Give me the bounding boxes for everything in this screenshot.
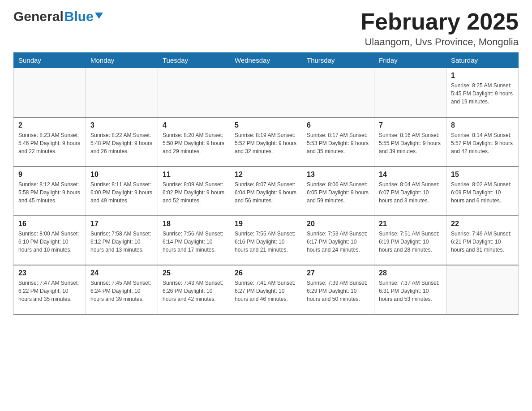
day-number: 9 (18, 171, 81, 179)
weekday-header-wednesday: Wednesday (230, 53, 302, 68)
weekday-header-saturday: Saturday (446, 53, 519, 68)
day-info: Sunrise: 7:56 AM Sunset: 6:14 PM Dayligh… (163, 230, 225, 254)
calendar-cell: 4Sunrise: 8:20 AM Sunset: 5:50 PM Daylig… (158, 117, 230, 167)
day-info: Sunrise: 8:22 AM Sunset: 5:48 PM Dayligh… (90, 131, 153, 155)
day-number: 28 (379, 269, 442, 277)
day-number: 3 (90, 121, 153, 129)
day-info: Sunrise: 8:11 AM Sunset: 6:00 PM Dayligh… (90, 180, 153, 205)
calendar-cell: 22Sunrise: 7:49 AM Sunset: 6:21 PM Dayli… (446, 216, 519, 265)
day-info: Sunrise: 7:37 AM Sunset: 6:31 PM Dayligh… (379, 279, 442, 303)
calendar-cell: 24Sunrise: 7:45 AM Sunset: 6:24 PM Dayli… (86, 265, 158, 314)
day-number: 17 (90, 220, 153, 228)
day-number: 27 (307, 269, 369, 277)
day-info: Sunrise: 8:20 AM Sunset: 5:50 PM Dayligh… (163, 131, 225, 155)
weekday-header-tuesday: Tuesday (158, 53, 230, 68)
day-info: Sunrise: 7:53 AM Sunset: 6:17 PM Dayligh… (307, 230, 369, 254)
day-number: 20 (307, 220, 369, 228)
logo: General Blue (13, 9, 103, 24)
day-number: 7 (379, 121, 442, 129)
day-info: Sunrise: 8:14 AM Sunset: 5:57 PM Dayligh… (451, 131, 514, 155)
week-row-3: 16Sunrise: 8:00 AM Sunset: 6:10 PM Dayli… (14, 216, 519, 265)
calendar-cell (14, 68, 86, 117)
day-number: 1 (451, 72, 514, 80)
calendar-cell: 6Sunrise: 8:17 AM Sunset: 5:53 PM Daylig… (302, 117, 374, 167)
day-info: Sunrise: 8:00 AM Sunset: 6:10 PM Dayligh… (18, 230, 81, 254)
calendar-header: SundayMondayTuesdayWednesdayThursdayFrid… (14, 53, 519, 68)
day-info: Sunrise: 7:58 AM Sunset: 6:12 PM Dayligh… (90, 230, 153, 254)
day-info: Sunrise: 7:43 AM Sunset: 6:26 PM Dayligh… (163, 279, 225, 303)
calendar-cell: 2Sunrise: 8:23 AM Sunset: 5:46 PM Daylig… (14, 117, 86, 167)
weekday-header-sunday: Sunday (14, 53, 86, 68)
day-number: 24 (90, 269, 153, 277)
title-block: February 2025 Ulaangom, Uvs Province, Mo… (360, 9, 519, 48)
page-header: General Blue February 2025 Ulaangom, Uvs… (13, 9, 519, 48)
day-number: 12 (235, 171, 297, 179)
logo-blue-text: Blue (64, 9, 94, 24)
logo-general-text: General (13, 9, 64, 24)
calendar-cell: 23Sunrise: 7:47 AM Sunset: 6:22 PM Dayli… (14, 265, 86, 314)
day-number: 8 (451, 121, 514, 129)
day-number: 26 (235, 269, 297, 277)
day-info: Sunrise: 8:09 AM Sunset: 6:02 PM Dayligh… (163, 180, 225, 205)
day-info: Sunrise: 8:25 AM Sunset: 5:45 PM Dayligh… (451, 81, 514, 106)
calendar-cell: 19Sunrise: 7:55 AM Sunset: 6:16 PM Dayli… (230, 216, 302, 265)
calendar-body: 1Sunrise: 8:25 AM Sunset: 5:45 PM Daylig… (14, 68, 519, 314)
day-info: Sunrise: 8:12 AM Sunset: 5:58 PM Dayligh… (18, 180, 81, 205)
day-info: Sunrise: 8:07 AM Sunset: 6:04 PM Dayligh… (235, 180, 297, 205)
logo-triangle-icon (95, 13, 103, 19)
weekday-header-friday: Friday (374, 53, 446, 68)
day-info: Sunrise: 8:19 AM Sunset: 5:52 PM Dayligh… (235, 131, 297, 155)
day-number: 4 (163, 121, 225, 129)
calendar-cell: 14Sunrise: 8:04 AM Sunset: 6:07 PM Dayli… (374, 167, 446, 216)
week-row-0: 1Sunrise: 8:25 AM Sunset: 5:45 PM Daylig… (14, 68, 519, 117)
calendar-cell: 27Sunrise: 7:39 AM Sunset: 6:29 PM Dayli… (302, 265, 374, 314)
week-row-2: 9Sunrise: 8:12 AM Sunset: 5:58 PM Daylig… (14, 167, 519, 216)
day-info: Sunrise: 8:02 AM Sunset: 6:09 PM Dayligh… (451, 180, 514, 205)
calendar-cell: 18Sunrise: 7:56 AM Sunset: 6:14 PM Dayli… (158, 216, 230, 265)
calendar-cell: 3Sunrise: 8:22 AM Sunset: 5:48 PM Daylig… (86, 117, 158, 167)
day-number: 19 (235, 220, 297, 228)
calendar-cell: 15Sunrise: 8:02 AM Sunset: 6:09 PM Dayli… (446, 167, 519, 216)
calendar-cell: 21Sunrise: 7:51 AM Sunset: 6:19 PM Dayli… (374, 216, 446, 265)
calendar-title: February 2025 (360, 9, 519, 34)
day-number: 11 (163, 171, 225, 179)
calendar-cell: 5Sunrise: 8:19 AM Sunset: 5:52 PM Daylig… (230, 117, 302, 167)
calendar-cell: 1Sunrise: 8:25 AM Sunset: 5:45 PM Daylig… (446, 68, 519, 117)
day-info: Sunrise: 7:49 AM Sunset: 6:21 PM Dayligh… (451, 230, 514, 254)
day-info: Sunrise: 7:39 AM Sunset: 6:29 PM Dayligh… (307, 279, 369, 303)
day-number: 14 (379, 171, 442, 179)
day-number: 2 (18, 121, 81, 129)
week-row-1: 2Sunrise: 8:23 AM Sunset: 5:46 PM Daylig… (14, 117, 519, 167)
calendar-cell (302, 68, 374, 117)
day-info: Sunrise: 7:47 AM Sunset: 6:22 PM Dayligh… (18, 279, 81, 303)
calendar-table: SundayMondayTuesdayWednesdayThursdayFrid… (13, 52, 519, 315)
calendar-cell: 26Sunrise: 7:41 AM Sunset: 6:27 PM Dayli… (230, 265, 302, 314)
day-info: Sunrise: 8:17 AM Sunset: 5:53 PM Dayligh… (307, 131, 369, 155)
calendar-cell (446, 265, 519, 314)
weekday-header-monday: Monday (86, 53, 158, 68)
day-number: 6 (307, 121, 369, 129)
day-number: 16 (18, 220, 81, 228)
day-info: Sunrise: 8:23 AM Sunset: 5:46 PM Dayligh… (18, 131, 81, 155)
calendar-cell: 8Sunrise: 8:14 AM Sunset: 5:57 PM Daylig… (446, 117, 519, 167)
calendar-cell: 13Sunrise: 8:06 AM Sunset: 6:05 PM Dayli… (302, 167, 374, 216)
calendar-cell: 28Sunrise: 7:37 AM Sunset: 6:31 PM Dayli… (374, 265, 446, 314)
calendar-cell (158, 68, 230, 117)
calendar-cell: 7Sunrise: 8:16 AM Sunset: 5:55 PM Daylig… (374, 117, 446, 167)
calendar-cell (230, 68, 302, 117)
day-info: Sunrise: 8:16 AM Sunset: 5:55 PM Dayligh… (379, 131, 442, 155)
calendar-cell: 11Sunrise: 8:09 AM Sunset: 6:02 PM Dayli… (158, 167, 230, 216)
day-number: 5 (235, 121, 297, 129)
calendar-cell (86, 68, 158, 117)
day-number: 18 (163, 220, 225, 228)
weekday-header-row: SundayMondayTuesdayWednesdayThursdayFrid… (14, 53, 519, 68)
day-number: 13 (307, 171, 369, 179)
week-row-4: 23Sunrise: 7:47 AM Sunset: 6:22 PM Dayli… (14, 265, 519, 314)
day-number: 15 (451, 171, 514, 179)
day-info: Sunrise: 8:04 AM Sunset: 6:07 PM Dayligh… (379, 180, 442, 205)
day-info: Sunrise: 7:45 AM Sunset: 6:24 PM Dayligh… (90, 279, 153, 303)
calendar-cell: 20Sunrise: 7:53 AM Sunset: 6:17 PM Dayli… (302, 216, 374, 265)
day-number: 25 (163, 269, 225, 277)
calendar-cell: 12Sunrise: 8:07 AM Sunset: 6:04 PM Dayli… (230, 167, 302, 216)
calendar-cell: 16Sunrise: 8:00 AM Sunset: 6:10 PM Dayli… (14, 216, 86, 265)
